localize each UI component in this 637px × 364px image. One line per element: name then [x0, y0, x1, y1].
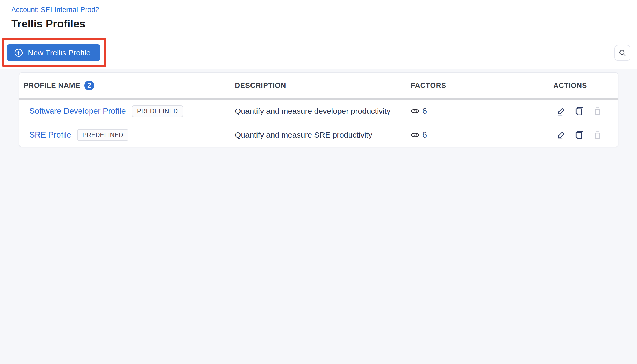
- column-header-actions: ACTIONS: [553, 81, 618, 90]
- copy-icon[interactable]: [575, 107, 584, 116]
- eye-icon: [411, 130, 420, 139]
- actions-cell: [553, 130, 618, 139]
- factors-cell: 6: [411, 106, 553, 116]
- profiles-table-card: PROFILE NAME 2 DESCRIPTION FACTORS ACTIO…: [19, 72, 618, 147]
- plus-circle-icon: [14, 48, 23, 58]
- actions-cell: [553, 107, 618, 116]
- trash-icon[interactable]: [593, 130, 602, 139]
- column-header-profile-name: PROFILE NAME 2: [19, 81, 235, 90]
- predefined-badge: PREDEFINED: [77, 129, 128, 141]
- trellis-profiles-page: Account: SEI-Internal-Prod2 Trellis Prof…: [0, 0, 637, 364]
- search-icon: [618, 49, 627, 57]
- account-breadcrumb-link[interactable]: Account: SEI-Internal-Prod2: [11, 6, 99, 14]
- new-trellis-profile-button[interactable]: New Trellis Profile: [7, 44, 100, 61]
- column-header-description: DESCRIPTION: [235, 81, 411, 90]
- description-cell: Quantify and measure SRE productivity: [235, 130, 411, 139]
- content-area: PROFILE NAME 2 DESCRIPTION FACTORS ACTIO…: [0, 69, 637, 364]
- copy-icon[interactable]: [575, 130, 584, 139]
- factors-count: 6: [422, 130, 427, 140]
- profile-link[interactable]: SRE Profile: [29, 130, 71, 140]
- page-title: Trellis Profiles: [11, 18, 637, 30]
- new-trellis-profile-button-label: New Trellis Profile: [28, 48, 91, 57]
- column-header-factors: FACTORS: [411, 81, 553, 90]
- trash-icon[interactable]: [593, 107, 602, 116]
- page-header: Account: SEI-Internal-Prod2 Trellis Prof…: [0, 0, 637, 69]
- eye-icon: [411, 107, 420, 116]
- table-row: SRE Profile PREDEFINED Quantify and meas…: [19, 123, 618, 147]
- description-cell: Quantify and measure developer productiv…: [235, 107, 411, 116]
- search-button[interactable]: [614, 45, 630, 61]
- profile-name-cell: Software Developer Profile PREDEFINED: [19, 105, 235, 117]
- factors-count: 6: [422, 106, 427, 116]
- factors-cell: 6: [411, 130, 553, 140]
- edit-pencil-icon[interactable]: [557, 107, 566, 116]
- profile-link[interactable]: Software Developer Profile: [29, 106, 126, 116]
- profile-name-cell: SRE Profile PREDEFINED: [19, 129, 235, 141]
- predefined-badge: PREDEFINED: [132, 105, 183, 117]
- table-header-row: PROFILE NAME 2 DESCRIPTION FACTORS ACTIO…: [19, 73, 618, 98]
- table-row: Software Developer Profile PREDEFINED Qu…: [19, 100, 618, 123]
- edit-pencil-icon[interactable]: [557, 130, 566, 139]
- profile-count-badge: 2: [84, 81, 94, 90]
